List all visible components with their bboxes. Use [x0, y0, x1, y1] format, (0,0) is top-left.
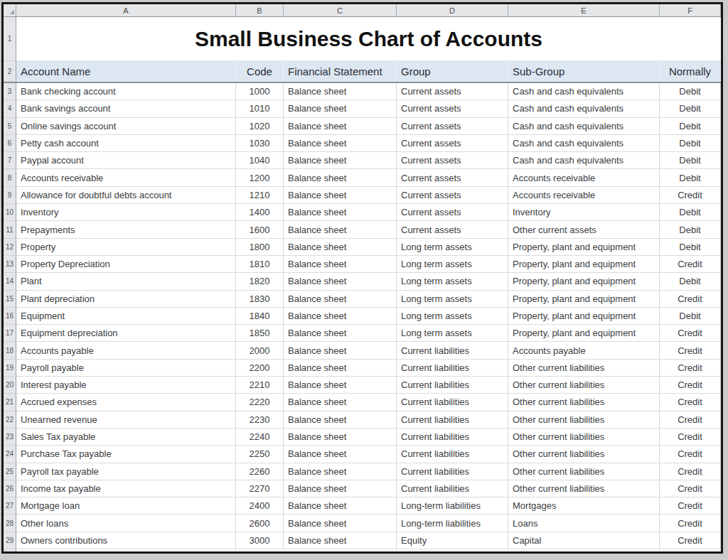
- cell-account-name[interactable]: Accounts receivable: [16, 169, 236, 186]
- cell-group[interactable]: Long term assets: [397, 256, 508, 273]
- cell-normally[interactable]: Debit: [660, 83, 721, 100]
- cell-account-name[interactable]: Interest payable: [16, 377, 236, 394]
- cell-account-name[interactable]: Plant: [16, 273, 236, 290]
- cell-normally[interactable]: Debit: [660, 239, 721, 256]
- cell-code[interactable]: 3000: [236, 532, 284, 549]
- cell-sub-group[interactable]: Capital: [508, 532, 660, 549]
- cell-sub-group[interactable]: Accounts receivable: [508, 169, 660, 186]
- cell-normally[interactable]: Credit: [660, 446, 721, 463]
- cell-normally[interactable]: Credit: [660, 480, 721, 497]
- cell-account-name[interactable]: Accounts payable: [16, 342, 236, 359]
- cell-normally[interactable]: Debit: [660, 152, 721, 169]
- cell-financial-statement[interactable]: Balance sheet: [284, 152, 397, 169]
- cell-group[interactable]: Current assets: [397, 152, 508, 169]
- cell-sub-group[interactable]: Other current liabilities: [508, 480, 660, 497]
- cell-group[interactable]: Current assets: [397, 135, 508, 152]
- cell-normally[interactable]: Credit: [660, 291, 721, 308]
- cell-normally[interactable]: Debit: [660, 204, 721, 221]
- cell-account-name[interactable]: Sales Tax payable: [16, 429, 236, 446]
- cell-financial-statement[interactable]: Balance sheet: [284, 204, 397, 221]
- cell-group[interactable]: Current liabilities: [397, 360, 508, 377]
- cell-account-name[interactable]: Bank checking account: [16, 83, 236, 100]
- column-header-b[interactable]: B: [236, 4, 284, 16]
- row-number[interactable]: 6: [4, 135, 16, 152]
- column-header-e[interactable]: E: [508, 4, 660, 16]
- cell-account-name[interactable]: Inventory: [16, 204, 236, 221]
- cell-normally[interactable]: Credit: [660, 515, 721, 532]
- row-number[interactable]: 14: [4, 273, 16, 290]
- row-number[interactable]: 7: [4, 152, 16, 169]
- cell-financial-statement[interactable]: Balance sheet: [284, 429, 397, 446]
- cell-group[interactable]: Current assets: [397, 204, 508, 221]
- cell-code[interactable]: 1020: [236, 118, 284, 135]
- cell-account-name[interactable]: Online savings account: [16, 118, 236, 135]
- row-number[interactable]: 16: [4, 308, 16, 325]
- cell-sub-group[interactable]: Loans: [508, 515, 660, 532]
- header-cell-sub-group[interactable]: Sub-Group: [508, 61, 660, 82]
- row-number[interactable]: 1: [4, 17, 16, 61]
- cell-code[interactable]: 1210: [236, 187, 284, 204]
- row-number[interactable]: 13: [4, 256, 16, 273]
- column-header-d[interactable]: D: [397, 4, 508, 16]
- row-number[interactable]: 3: [4, 83, 16, 100]
- cell-account-name[interactable]: Equipment: [16, 308, 236, 325]
- column-header-a[interactable]: A: [16, 4, 236, 16]
- cell-financial-statement[interactable]: Balance sheet: [284, 532, 397, 549]
- cell-group[interactable]: Current assets: [397, 100, 508, 117]
- cell-financial-statement[interactable]: Balance sheet: [284, 325, 397, 342]
- row-number[interactable]: 28: [4, 515, 16, 532]
- cell-group[interactable]: Long term assets: [397, 273, 508, 290]
- cell-group[interactable]: Current assets: [397, 169, 508, 186]
- cell-group[interactable]: Long term assets: [397, 291, 508, 308]
- cell-financial-statement[interactable]: Balance sheet: [284, 377, 397, 394]
- cell-group[interactable]: Current assets: [397, 83, 508, 100]
- cell-financial-statement[interactable]: Balance sheet: [284, 291, 397, 308]
- cell-group[interactable]: Long-term liabilities: [397, 497, 508, 515]
- cell-code[interactable]: 1830: [236, 291, 284, 308]
- row-number[interactable]: 21: [4, 394, 16, 411]
- cell-code[interactable]: 1010: [236, 100, 284, 117]
- cell-group[interactable]: Current liabilities: [397, 480, 508, 497]
- cell-financial-statement[interactable]: Balance sheet: [284, 256, 397, 273]
- cell-normally[interactable]: Debit: [660, 118, 721, 135]
- cell-financial-statement[interactable]: Balance sheet: [284, 515, 397, 532]
- cell-normally[interactable]: Debit: [660, 221, 721, 238]
- cell-account-name[interactable]: Other loans: [16, 515, 236, 532]
- cell-normally[interactable]: Credit: [660, 342, 721, 359]
- cell-financial-statement[interactable]: Balance sheet: [284, 480, 397, 497]
- cell-financial-statement[interactable]: Balance sheet: [284, 394, 397, 411]
- cell-financial-statement[interactable]: Balance sheet: [284, 446, 397, 463]
- cell-code[interactable]: 1850: [236, 325, 284, 342]
- cell-group[interactable]: Current liabilities: [397, 446, 508, 463]
- cell-account-name[interactable]: Owners contributions: [16, 532, 236, 549]
- row-number[interactable]: 29: [4, 532, 16, 549]
- cell-code[interactable]: 2240: [236, 429, 284, 446]
- cell-account-name[interactable]: Mortgage loan: [16, 497, 236, 515]
- cell-account-name[interactable]: Paypal account: [16, 152, 236, 169]
- cell-normally[interactable]: Credit: [660, 360, 721, 377]
- row-number[interactable]: 17: [4, 325, 16, 342]
- cell-financial-statement[interactable]: Balance sheet: [284, 463, 397, 480]
- cell-code[interactable]: 2000: [236, 342, 284, 359]
- cell-sub-group[interactable]: Cash and cash equivalents: [508, 100, 660, 117]
- cell-code[interactable]: 2600: [236, 515, 284, 532]
- cell-group[interactable]: Current liabilities: [397, 342, 508, 359]
- cell-group[interactable]: Current assets: [397, 187, 508, 204]
- cell-code[interactable]: 1800: [236, 239, 284, 256]
- cell-sub-group[interactable]: Other current liabilities: [508, 377, 660, 394]
- cell-account-name[interactable]: Income tax payable: [16, 480, 236, 497]
- cell-sub-group[interactable]: Cash and cash equivalents: [508, 118, 660, 135]
- cell-account-name[interactable]: Petty cash account: [16, 135, 236, 152]
- row-number[interactable]: 10: [4, 204, 16, 221]
- cell-code[interactable]: 1820: [236, 273, 284, 290]
- cell-group[interactable]: Equity: [397, 532, 508, 549]
- cell-normally[interactable]: Debit: [660, 135, 721, 152]
- cell-normally[interactable]: Credit: [660, 411, 721, 429]
- cell-financial-statement[interactable]: Balance sheet: [284, 100, 397, 117]
- cell-normally[interactable]: Credit: [660, 377, 721, 394]
- cell-account-name[interactable]: Unearned revenue: [16, 411, 236, 429]
- cell-account-name[interactable]: Bank savings account: [16, 100, 236, 117]
- row-number[interactable]: 4: [4, 100, 16, 117]
- cell-account-name[interactable]: Allowance for doubtful debts account: [16, 187, 236, 204]
- row-number[interactable]: 11: [4, 221, 16, 238]
